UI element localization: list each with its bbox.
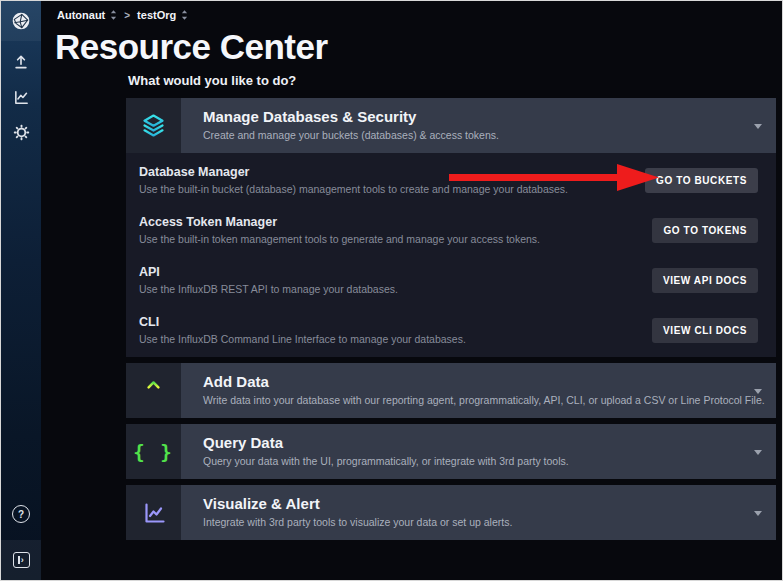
- section-description: Write data into your database with our r…: [203, 394, 765, 406]
- docs-panel-icon[interactable]: ›: [1, 540, 41, 580]
- breadcrumb: Autonaut > testOrg: [57, 9, 188, 21]
- item-description: Use the built-in token management tools …: [139, 233, 540, 245]
- section-manage-databases: Manage Databases & Security Create and m…: [126, 98, 776, 357]
- section-header-add-data[interactable]: Add Data Write data into your database w…: [126, 363, 776, 418]
- section-title: Manage Databases & Security: [203, 108, 499, 125]
- section-header-manage-databases[interactable]: Manage Databases & Security Create and m…: [126, 98, 776, 153]
- section-body-manage-databases: Database Manager Use the built-in bucket…: [126, 153, 776, 357]
- section-query-data: { } Query Data Query your data with the …: [126, 424, 776, 479]
- item-description: Use the InfluxDB REST API to manage your…: [139, 283, 398, 295]
- chevron-down-icon: [754, 389, 762, 394]
- sidebar: ? ›: [1, 1, 41, 580]
- org-switcher-icon: [110, 10, 117, 20]
- main-content: Autonaut > testOrg Resource Center What …: [41, 1, 782, 580]
- curly-braces-icon: { }: [126, 424, 181, 479]
- item-description: Use the built-in bucket (database) manag…: [139, 183, 568, 195]
- list-item-api: API Use the InfluxDB REST API to manage …: [126, 255, 776, 305]
- buckets-layers-icon: [126, 98, 181, 153]
- list-item-cli: CLI Use the InfluxDB Command Line Interf…: [126, 305, 776, 355]
- org-name: Autonaut: [57, 9, 105, 21]
- section-description: Query your data with the UI, programmati…: [203, 455, 569, 467]
- item-title: Access Token Manager: [139, 215, 540, 229]
- breadcrumb-separator: >: [124, 10, 130, 21]
- influxdb-logo-icon[interactable]: [1, 1, 41, 41]
- list-item-access-token-manager: Access Token Manager Use the built-in to…: [126, 205, 776, 255]
- page-title: Resource Center: [55, 27, 328, 67]
- go-to-tokens-button[interactable]: GO TO TOKENS: [652, 218, 758, 243]
- chevron-down-icon: [754, 511, 762, 516]
- resource-panels: Manage Databases & Security Create and m…: [126, 98, 776, 546]
- view-api-docs-button[interactable]: VIEW API DOCS: [652, 268, 758, 293]
- upload-icon: [126, 363, 181, 418]
- view-cli-docs-button[interactable]: VIEW CLI DOCS: [652, 318, 758, 343]
- breadcrumb-org[interactable]: Autonaut: [57, 9, 117, 21]
- line-chart-icon: [126, 485, 181, 540]
- sidebar-settings-gear-icon[interactable]: [1, 115, 41, 149]
- breadcrumb-workspace[interactable]: testOrg: [137, 9, 188, 21]
- item-description: Use the InfluxDB Command Line Interface …: [139, 333, 466, 345]
- item-title: API: [139, 265, 398, 279]
- page-subtitle: What would you like to do?: [128, 73, 296, 88]
- chevron-down-icon: [754, 450, 762, 455]
- item-title: Database Manager: [139, 165, 568, 179]
- workspace-name: testOrg: [137, 9, 176, 21]
- section-visualize-alert: Visualize & Alert Integrate with 3rd par…: [126, 485, 776, 540]
- workspace-switcher-icon: [181, 10, 188, 20]
- section-title: Visualize & Alert: [203, 495, 512, 512]
- go-to-buckets-button[interactable]: GO TO BUCKETS: [645, 168, 758, 193]
- section-header-query-data[interactable]: { } Query Data Query your data with the …: [126, 424, 776, 479]
- question-mark-glyph: ?: [12, 505, 30, 523]
- list-item-database-manager: Database Manager Use the built-in bucket…: [126, 155, 776, 205]
- sidebar-graphs-icon[interactable]: [1, 80, 41, 114]
- section-description: Integrate with 3rd party tools to visual…: [203, 516, 512, 528]
- item-title: CLI: [139, 315, 466, 329]
- section-title: Query Data: [203, 434, 569, 451]
- section-description: Create and manage your buckets (database…: [203, 129, 499, 141]
- section-title: Add Data: [203, 373, 765, 390]
- help-icon[interactable]: ?: [1, 497, 41, 531]
- app-window: ? › Autonaut > testOrg Resource Center W: [0, 0, 783, 581]
- section-header-visualize-alert[interactable]: Visualize & Alert Integrate with 3rd par…: [126, 485, 776, 540]
- section-add-data: Add Data Write data into your database w…: [126, 363, 776, 418]
- chevron-down-icon: [754, 124, 762, 129]
- sidebar-upload-icon[interactable]: [1, 45, 41, 79]
